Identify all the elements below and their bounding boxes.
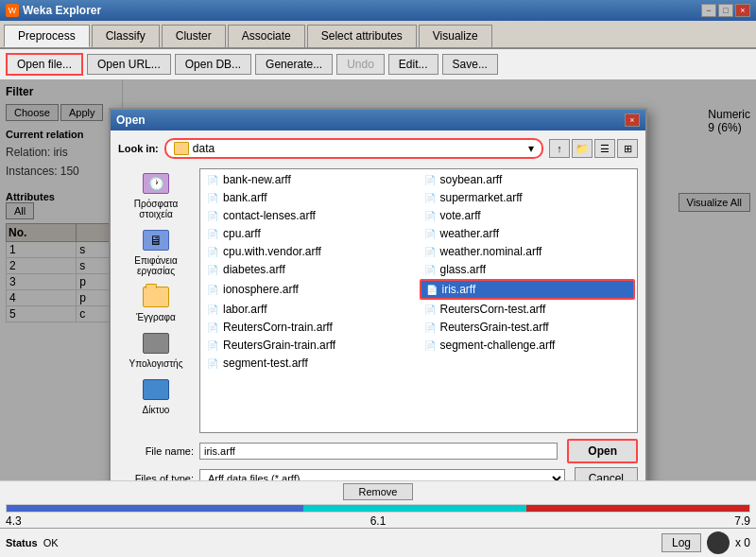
look-in-bar: Look in: data ▾ ↑ 📁 ☰ ⊞	[118, 138, 638, 159]
chart-labels: 4.3 6.1 7.9	[0, 514, 756, 528]
dialog-close-button[interactable]: ×	[625, 113, 640, 127]
list-item[interactable]: 📄bank.arff	[202, 189, 419, 206]
filetype-label: Files of type:	[118, 473, 194, 480]
status-value: OK	[43, 537, 59, 548]
network-label: Δίκτυο	[143, 405, 170, 415]
tab-cluster[interactable]: Cluster	[162, 25, 226, 47]
list-item[interactable]: 📄iris.arff	[420, 279, 636, 300]
arff-icon: 📄	[423, 245, 437, 258]
list-item[interactable]: 📄bank-new.arff	[202, 171, 419, 188]
list-item[interactable]: 📄cpu.arff	[202, 225, 419, 242]
list-item[interactable]: 📄ReutersCorn-train.arff	[202, 319, 419, 336]
computer-label: Υπολογιστής	[129, 358, 183, 369]
open-url-button[interactable]: Open URL...	[87, 54, 171, 75]
new-folder-button[interactable]: 📁	[572, 139, 593, 158]
save-button[interactable]: Save...	[442, 54, 498, 75]
arff-icon: 📄	[206, 245, 219, 258]
filename-input[interactable]	[199, 443, 558, 460]
arff-icon: 📄	[206, 321, 219, 334]
list-item[interactable]: 📄supermarket.arff	[420, 189, 636, 206]
list-item[interactable]: 📄ionosphere.arff	[202, 279, 419, 300]
generate-button[interactable]: Generate...	[255, 54, 333, 75]
list-item[interactable]: 📄diabetes.arff	[202, 261, 419, 278]
content-area: Filter Choose Apply Current relation Rel…	[0, 79, 756, 480]
network-icon	[141, 376, 171, 403]
list-item[interactable]: 📄soybean.arff	[420, 171, 636, 188]
tab-classify[interactable]: Classify	[92, 25, 160, 47]
recent-files-item[interactable]: 🕐 Πρόσφαταστοιχεία	[118, 168, 194, 221]
weka-icon	[707, 531, 730, 554]
arff-icon: 📄	[423, 227, 437, 240]
open-file-button[interactable]: Open file...	[6, 53, 83, 76]
arff-icon: 📄	[423, 321, 437, 334]
toolbar: Open file... Open URL... Open DB... Gene…	[0, 49, 756, 79]
documents-item[interactable]: Έγγραφα	[118, 282, 194, 324]
remove-button[interactable]: Remove	[343, 483, 414, 500]
list-item[interactable]: 📄segment-challenge.arff	[420, 337, 636, 354]
list-item[interactable]: 📄segment-test.arff	[202, 355, 419, 372]
dialog-main: 🕐 Πρόσφαταστοιχεία 🖥 Επιφάνειαεργασίας Έ…	[118, 168, 638, 433]
tab-visualize[interactable]: Visualize	[419, 25, 492, 47]
filetype-select[interactable]: Arff data files (*.arff)	[199, 469, 565, 480]
computer-icon	[141, 330, 171, 357]
list-item[interactable]: 📄glass.arff	[420, 261, 636, 278]
detail-view-button[interactable]: ⊞	[617, 139, 638, 158]
list-item[interactable]: 📄labor.arff	[202, 301, 419, 318]
go-up-button[interactable]: ↑	[549, 139, 570, 158]
list-item[interactable]: 📄vote.arff	[420, 207, 636, 224]
network-item[interactable]: Δίκτυο	[118, 374, 194, 417]
minimize-button[interactable]: −	[701, 4, 716, 17]
undo-button[interactable]: Undo	[336, 54, 385, 75]
list-item[interactable]: 📄cpu.with.vendor.arff	[202, 243, 419, 260]
arff-icon: 📄	[423, 263, 437, 276]
computer-item[interactable]: Υπολογιστής	[118, 328, 194, 371]
chart-bar-red	[526, 505, 749, 512]
maximize-button[interactable]: □	[718, 4, 733, 17]
folder-icon	[174, 142, 189, 155]
arff-icon: 📄	[425, 283, 438, 296]
tab-preprocess[interactable]: Preprocess	[4, 25, 90, 47]
desktop-icon: 🖥	[141, 227, 171, 253]
list-item[interactable]: 📄contact-lenses.arff	[202, 207, 419, 224]
file-list-inner: 📄bank-new.arff📄soybean.arff📄bank.arff📄su…	[200, 169, 637, 374]
chart-bar-teal	[303, 505, 526, 512]
status-bar: Status OK Log x 0	[0, 528, 756, 557]
desktop-item[interactable]: 🖥 Επιφάνειαεργασίας	[118, 225, 194, 278]
chart-area	[6, 504, 750, 513]
list-item[interactable]: 📄weather.arff	[420, 225, 636, 242]
bottom-bar: Remove 4.3 6.1 7.9	[0, 480, 756, 528]
list-view-button[interactable]: ☰	[594, 139, 615, 158]
filesystem-sidebar: 🕐 Πρόσφαταστοιχεία 🖥 Επιφάνειαεργασίας Έ…	[118, 168, 194, 433]
count-label: x 0	[735, 536, 750, 549]
log-button[interactable]: Log	[662, 533, 701, 552]
dialog-body: Look in: data ▾ ↑ 📁 ☰ ⊞	[111, 131, 645, 480]
tab-select-attributes[interactable]: Select attributes	[307, 25, 417, 47]
app-icon: W	[6, 4, 19, 17]
dialog-overlay: Open × Look in: data ▾ ↑	[0, 79, 756, 480]
list-item[interactable]: 📄ReutersGrain-test.arff	[420, 319, 636, 336]
arff-icon: 📄	[423, 339, 437, 352]
filename-label: File name:	[118, 445, 194, 457]
arff-icon: 📄	[206, 263, 219, 276]
edit-button[interactable]: Edit...	[388, 54, 438, 75]
arff-icon: 📄	[423, 191, 437, 204]
file-list[interactable]: 📄bank-new.arff📄soybean.arff📄bank.arff📄su…	[199, 168, 638, 433]
list-item[interactable]: 📄ReutersCorn-test.arff	[420, 301, 636, 318]
recent-icon: 🕐	[141, 170, 171, 197]
look-in-select[interactable]: data ▾	[164, 138, 543, 159]
close-button[interactable]: ×	[735, 4, 750, 17]
arff-icon: 📄	[206, 357, 219, 370]
arff-icon: 📄	[206, 227, 219, 240]
recent-label: Πρόσφαταστοιχεία	[134, 199, 179, 219]
arff-icon: 📄	[206, 339, 219, 352]
arff-icon: 📄	[423, 209, 437, 222]
list-item[interactable]: 📄weather.nominal.arff	[420, 243, 636, 260]
cancel-button[interactable]: Cancel	[575, 467, 638, 480]
window-title: Weka Explorer	[23, 4, 101, 17]
list-item[interactable]: 📄ReutersGrain-train.arff	[202, 337, 419, 354]
tab-associate[interactable]: Associate	[228, 25, 305, 47]
arff-icon: 📄	[423, 173, 437, 186]
open-db-button[interactable]: Open DB...	[175, 54, 251, 75]
open-button[interactable]: Open	[567, 439, 638, 463]
look-in-actions: ↑ 📁 ☰ ⊞	[549, 139, 638, 158]
